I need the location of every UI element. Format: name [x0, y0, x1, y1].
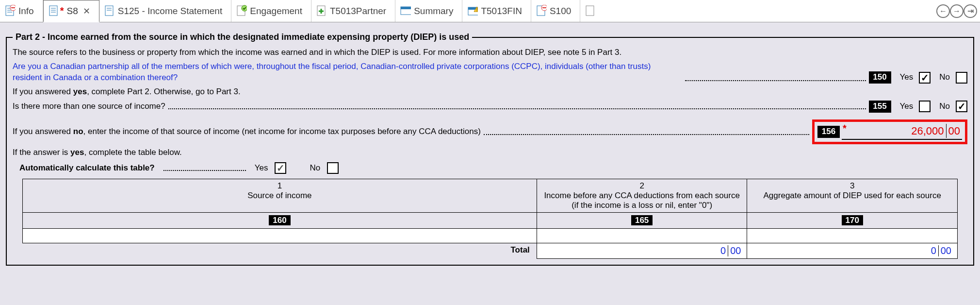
field-156-input[interactable]: * 26,000 00 — [842, 124, 962, 140]
tab-overflow[interactable] — [580, 0, 598, 22]
cell-170-input[interactable] — [747, 229, 958, 243]
form-icon — [585, 5, 596, 17]
tab-s100[interactable]: S100 — [531, 0, 580, 22]
tab-label: S100 — [550, 6, 571, 17]
table-row — [23, 229, 958, 243]
field-code-165: 165 — [631, 215, 653, 225]
q-no-income-text: If you answered no, enter the income of … — [13, 126, 481, 137]
tab-bar: Info * S8 ✕ S125 - Income Statement Enga… — [0, 0, 980, 22]
nav-back-button[interactable]: ← — [936, 4, 950, 18]
no-label: No — [310, 163, 320, 173]
part2-fieldset: Part 2 - Income earned from the source i… — [6, 32, 974, 266]
svg-text:!: ! — [476, 7, 478, 12]
autocalc-no-checkbox[interactable] — [327, 162, 339, 174]
leader-dots — [163, 163, 246, 171]
nav-forward-button[interactable]: → — [950, 4, 964, 18]
svg-rect-6 — [49, 6, 57, 16]
tab-label: S125 - Income Statement — [118, 6, 222, 17]
diep-sources-table: 1 Source of income 2 Income before any C… — [22, 179, 958, 259]
tab-engagement[interactable]: Engagement — [231, 0, 311, 22]
part2-intro: The source refers to the business or pro… — [13, 47, 621, 58]
q155-no-checkbox[interactable] — [956, 101, 967, 112]
autocalc-label: Automatically calculate this table? — [19, 163, 155, 173]
field-code-170: 170 — [842, 215, 863, 225]
field-code-155: 155 — [869, 101, 891, 113]
form-icon — [5, 5, 16, 17]
q-ccpc-text: Are you a Canadian partnership all of th… — [13, 61, 682, 84]
yes-label: Yes — [255, 163, 268, 173]
q-ccpc-hint: If you answered yes, complete Part 2. Ot… — [13, 86, 241, 98]
modified-indicator-icon: * — [60, 5, 64, 17]
field-code-150: 150 — [869, 71, 891, 84]
total-165: 000 — [537, 243, 747, 259]
tab-label: T5013Partner — [330, 6, 386, 17]
tab-label: S8 — [67, 6, 78, 17]
svg-point-14 — [242, 5, 247, 11]
col3-header: 3 Aggregate amount of DIEP used for each… — [747, 179, 958, 213]
tab-summary[interactable]: Summary — [395, 0, 462, 22]
field-156-dollars: 26,000 — [911, 124, 944, 138]
close-icon[interactable]: ✕ — [83, 6, 90, 17]
leader-dots — [484, 127, 809, 135]
q155-yes-checkbox[interactable] — [919, 101, 931, 112]
tab-label: Summary — [414, 6, 453, 17]
tab-nav-arrows: ← → ⇥ — [936, 0, 980, 22]
q150-yes-checkbox[interactable] — [919, 72, 931, 84]
no-label: No — [939, 72, 950, 83]
form-icon — [104, 5, 115, 17]
col2-header: 2 Income before any CCA deductions from … — [537, 179, 747, 213]
tab-info[interactable]: Info — [0, 0, 43, 22]
tab-t5013fin[interactable]: ! T5013FIN — [462, 0, 531, 22]
total-170: 000 — [747, 243, 958, 259]
form-add-icon — [316, 5, 327, 17]
form-check-icon — [236, 5, 247, 17]
required-indicator-icon: * — [843, 122, 847, 135]
nav-last-button[interactable]: ⇥ — [964, 4, 977, 18]
field-code-160: 160 — [269, 215, 290, 225]
yes-label: Yes — [900, 101, 914, 112]
summary-icon — [400, 5, 411, 17]
form-icon — [536, 5, 547, 17]
total-label: Total — [23, 243, 537, 259]
field-156-cents: 00 — [946, 124, 960, 138]
yes-label: Yes — [900, 72, 914, 83]
leader-dots — [168, 101, 866, 109]
cell-160-input[interactable] — [23, 229, 537, 243]
tab-s125[interactable]: S125 - Income Statement — [99, 0, 231, 22]
q150-no-checkbox[interactable] — [956, 72, 967, 84]
part2-legend: Part 2 - Income earned from the source i… — [13, 32, 472, 42]
svg-rect-27 — [586, 6, 594, 16]
field-156-highlight: 156 * 26,000 00 — [812, 119, 967, 145]
cell-165-input[interactable] — [537, 229, 747, 243]
no-label: No — [939, 101, 950, 112]
leader-dots — [685, 73, 866, 81]
form-warn-icon: ! — [467, 5, 478, 17]
svg-rect-19 — [401, 7, 411, 9]
form-icon — [49, 5, 59, 17]
total-row: Total 000 000 — [23, 243, 958, 259]
q-yes-hint: If the answer is yes, complete the table… — [13, 147, 182, 158]
col1-header: 1 Source of income — [23, 179, 537, 213]
tab-label: Info — [18, 6, 34, 17]
tab-label: Engagement — [250, 6, 302, 17]
tab-s8[interactable]: * S8 ✕ — [43, 0, 99, 22]
tab-t5013partner[interactable]: T5013Partner — [311, 0, 395, 22]
q-multi-text: Is there more than one source of income? — [13, 101, 165, 112]
autocalc-yes-checkbox[interactable] — [275, 162, 286, 174]
tab-label: T5013FIN — [481, 6, 522, 17]
field-code-156: 156 — [817, 126, 840, 138]
svg-rect-10 — [105, 6, 113, 16]
